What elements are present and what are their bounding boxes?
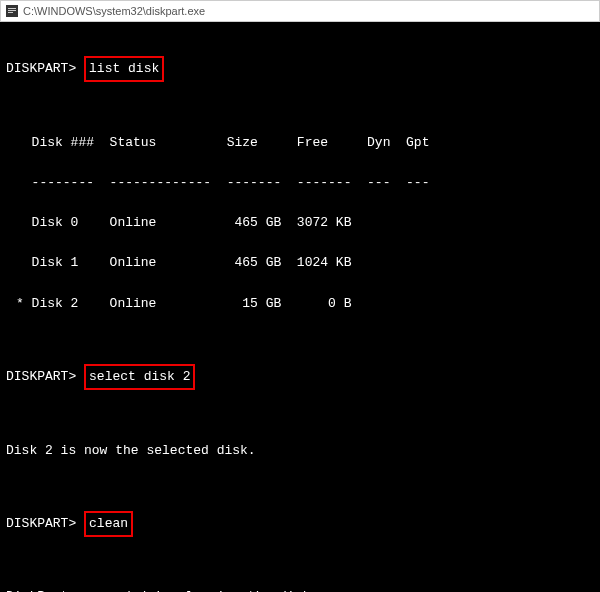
prompt-line: DISKPART> list disk	[6, 56, 594, 82]
prompt: DISKPART>	[6, 61, 76, 76]
prompt: DISKPART>	[6, 369, 76, 384]
command-clean: clean	[84, 511, 133, 537]
window-title: C:\WINDOWS\system32\diskpart.exe	[23, 5, 205, 17]
disk-table-header: Disk ### Status Size Free Dyn Gpt	[16, 133, 594, 153]
command-select-disk: select disk 2	[84, 364, 195, 390]
command-list-disk: list disk	[84, 56, 164, 82]
disk-table-divider: -------- ------------- ------- ------- -…	[16, 173, 594, 193]
svg-rect-1	[8, 8, 16, 9]
output-message: DiskPart succeeded in cleaning the disk.	[6, 587, 594, 592]
table-row: * Disk 2 Online 15 GB 0 B	[16, 294, 594, 314]
window-titlebar[interactable]: C:\WINDOWS\system32\diskpart.exe	[0, 0, 600, 22]
prompt-line: DISKPART> clean	[6, 511, 594, 537]
prompt-line: DISKPART> select disk 2	[6, 364, 594, 390]
app-icon	[5, 4, 19, 18]
svg-rect-3	[8, 12, 13, 13]
table-row: Disk 1 Online 465 GB 1024 KB	[16, 253, 594, 273]
terminal-output[interactable]: DISKPART> list disk Disk ### Status Size…	[0, 22, 600, 592]
svg-rect-2	[8, 10, 16, 11]
prompt: DISKPART>	[6, 516, 76, 531]
output-message: Disk 2 is now the selected disk.	[6, 441, 594, 461]
table-row: Disk 0 Online 465 GB 3072 KB	[16, 213, 594, 233]
